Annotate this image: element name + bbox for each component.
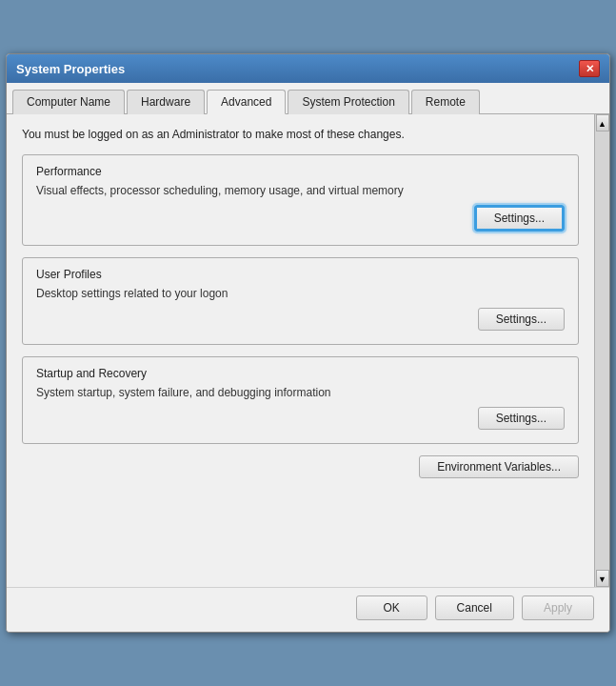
scroll-up-button[interactable]: ▲ bbox=[596, 114, 609, 131]
performance-btn-row: Settings... bbox=[36, 205, 565, 232]
tab-remote[interactable]: Remote bbox=[411, 90, 480, 114]
info-text: You must be logged on as an Administrato… bbox=[22, 128, 579, 141]
performance-group: Performance Visual effects, processor sc… bbox=[22, 154, 579, 246]
user-profiles-label: User Profiles bbox=[36, 268, 565, 281]
close-button[interactable]: ✕ bbox=[579, 60, 600, 77]
dialog-title: System Properties bbox=[16, 62, 125, 76]
performance-settings-button[interactable]: Settings... bbox=[474, 205, 565, 232]
scroll-down-button[interactable]: ▼ bbox=[596, 570, 609, 587]
title-bar: System Properties ✕ bbox=[7, 54, 609, 83]
tab-computer-name[interactable]: Computer Name bbox=[12, 90, 125, 114]
system-properties-dialog: System Properties ✕ Computer Name Hardwa… bbox=[6, 53, 610, 633]
startup-recovery-group: Startup and Recovery System startup, sys… bbox=[22, 356, 579, 444]
startup-recovery-settings-button[interactable]: Settings... bbox=[478, 407, 565, 430]
tab-bar: Computer Name Hardware Advanced System P… bbox=[7, 83, 609, 114]
performance-desc: Visual effects, processor scheduling, me… bbox=[36, 184, 565, 197]
tab-system-protection[interactable]: System Protection bbox=[288, 90, 408, 114]
user-profiles-settings-button[interactable]: Settings... bbox=[478, 308, 565, 331]
dialog-footer: OK Cancel Apply bbox=[7, 587, 609, 632]
title-bar-buttons: ✕ bbox=[579, 60, 600, 77]
user-profiles-desc: Desktop settings related to your logon bbox=[36, 287, 565, 300]
startup-recovery-label: Startup and Recovery bbox=[36, 367, 565, 380]
tab-advanced[interactable]: Advanced bbox=[207, 90, 286, 114]
cancel-button[interactable]: Cancel bbox=[435, 595, 514, 620]
close-icon: ✕ bbox=[586, 63, 594, 75]
scrollbar[interactable]: ▲ ▼ bbox=[594, 114, 609, 587]
startup-recovery-desc: System startup, system failure, and debu… bbox=[36, 386, 565, 399]
startup-recovery-btn-row: Settings... bbox=[36, 407, 565, 430]
performance-label: Performance bbox=[36, 165, 565, 178]
environment-variables-row: Environment Variables... bbox=[22, 455, 579, 478]
tab-hardware[interactable]: Hardware bbox=[127, 90, 205, 114]
ok-button[interactable]: OK bbox=[356, 595, 427, 620]
apply-button[interactable]: Apply bbox=[522, 595, 594, 620]
environment-variables-button[interactable]: Environment Variables... bbox=[419, 455, 579, 478]
user-profiles-group: User Profiles Desktop settings related t… bbox=[22, 257, 579, 345]
user-profiles-btn-row: Settings... bbox=[36, 308, 565, 331]
